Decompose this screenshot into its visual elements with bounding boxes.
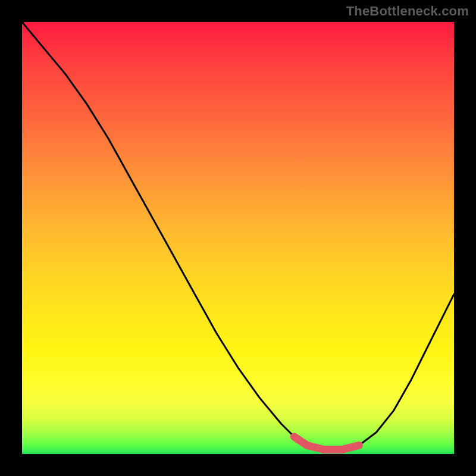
watermark-text: TheBottleneck.com: [346, 4, 469, 19]
chart-svg: [22, 22, 454, 454]
chart-plot-area: [22, 22, 454, 454]
chart-curve-main: [22, 22, 454, 450]
chart-curve-highlight: [294, 437, 359, 450]
